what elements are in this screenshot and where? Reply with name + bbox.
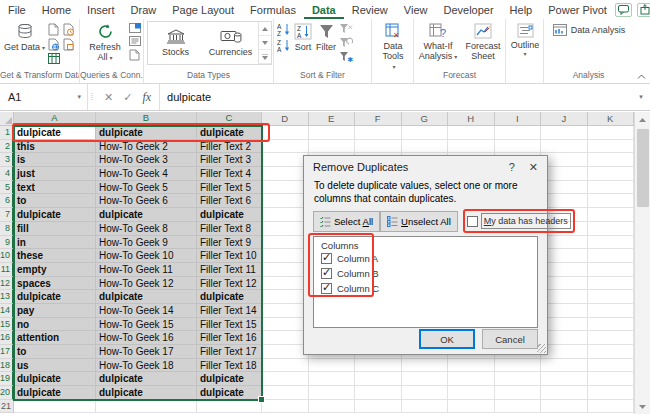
cell-K10[interactable] [588,249,635,263]
menu-tab-review[interactable]: Review [344,0,396,19]
cell-D7[interactable] [262,208,309,222]
cell-G18[interactable] [402,359,449,373]
cell-K15[interactable] [588,318,635,332]
row-header-2[interactable]: 2 [0,140,14,154]
cell-C18[interactable]: Filler Text 18 [197,359,262,373]
column-item-column-a[interactable]: Column A [321,251,530,266]
cell-C8[interactable]: Filler Text 8 [197,222,262,236]
cell-K8[interactable] [588,222,635,236]
existing-connections-icon[interactable] [63,38,74,51]
cell-I20[interactable] [495,386,542,400]
row-header-21[interactable]: 21 [0,400,14,414]
properties-icon[interactable] [129,36,141,46]
unselect-all-button[interactable]: Unselect All [380,211,458,232]
select-all-corner[interactable] [0,112,14,126]
row-header-15[interactable]: 15 [0,318,14,332]
cell-K13[interactable] [588,290,635,304]
cell-K20[interactable] [588,386,635,400]
dialog-titlebar[interactable]: Remove Duplicates ? ✕ [304,156,547,178]
menu-tab-view[interactable]: View [396,0,436,19]
cell-D21[interactable] [262,400,309,414]
cell-C5[interactable]: Filler Text 5 [197,181,262,195]
cell-G1[interactable] [402,126,449,140]
vertical-scrollbar[interactable] [634,112,650,414]
cell-C15[interactable]: Filler Text 15 [197,318,262,332]
cell-J21[interactable] [541,400,588,414]
menu-tab-insert[interactable]: Insert [79,0,123,19]
row-header-11[interactable]: 11 [0,263,14,277]
resize-grip[interactable] [537,344,546,353]
cell-B2[interactable]: How-To Geek 2 [96,140,197,154]
stocks-button[interactable]: Stocks [148,22,203,64]
cell-A14[interactable]: pay [14,304,96,318]
cell-A20[interactable]: dulpicate [14,386,96,400]
cell-B1[interactable]: dulpicate [96,126,197,140]
cell-K3[interactable] [588,153,635,167]
cell-E19[interactable] [309,372,356,386]
menu-tab-home[interactable]: Home [34,0,79,19]
currencies-button[interactable]: Currencies [203,22,258,64]
cell-G21[interactable] [402,400,449,414]
ok-button[interactable]: OK [419,329,475,349]
column-header-D[interactable]: D [262,112,309,126]
cell-C12[interactable]: Filler Text 12 [197,277,262,291]
cancel-button[interactable]: Cancel [482,329,538,349]
cell-H18[interactable] [448,359,495,373]
data-analysis-button[interactable]: Data Analysis [549,21,630,39]
cell-D11[interactable] [262,263,309,277]
cell-K21[interactable] [588,400,635,414]
cell-D17[interactable] [262,345,309,359]
cell-F19[interactable] [355,372,402,386]
column-header-C[interactable]: C [197,112,262,126]
from-table-icon[interactable] [48,53,60,64]
formula-bar-expand-icon[interactable]: ▾ [632,84,650,110]
row-header-16[interactable]: 16 [0,331,14,345]
forecast-sheet-button[interactable]: Forecast Sheet [463,21,503,63]
scroll-up-button[interactable] [635,112,650,127]
cell-B3[interactable]: How-To Geek 3 [96,153,197,167]
outline-button[interactable]: Outline [510,21,541,60]
menu-tab-data[interactable]: Data [304,0,344,19]
sort-button[interactable]: ZA Sort [293,21,313,54]
cell-B13[interactable]: dulpicate [96,290,197,304]
cell-A13[interactable]: dulpicate [14,290,96,304]
advanced-filter-icon[interactable]: ✱ [339,51,353,62]
cell-C20[interactable]: dulpicate [197,386,262,400]
cell-A6[interactable]: to [14,194,96,208]
column-item-column-c[interactable]: Column C [321,281,530,296]
cell-C13[interactable]: dulpicate [197,290,262,304]
cell-C3[interactable]: Filler Text 3 [197,153,262,167]
row-header-20[interactable]: 20 [0,386,14,400]
cell-H19[interactable] [448,372,495,386]
row-header-9[interactable]: 9 [0,236,14,250]
cell-D2[interactable] [262,140,309,154]
cell-D3[interactable] [262,153,309,167]
cell-A18[interactable]: us [14,359,96,373]
cell-J2[interactable] [541,140,588,154]
columns-listbox[interactable]: Columns Column AColumn BColumn C [313,236,538,328]
cell-K2[interactable] [588,140,635,154]
cancel-entry-icon[interactable]: ✕ [104,91,113,104]
cell-A19[interactable]: dulpicate [14,372,96,386]
cell-B20[interactable]: dulpicate [96,386,197,400]
my-data-has-headers-checkbox[interactable] [467,216,478,227]
cell-D15[interactable] [262,318,309,332]
formula-input[interactable]: dulpicate [160,84,632,110]
my-data-has-headers-label[interactable]: My data has headers [481,213,571,229]
cell-B10[interactable]: How-To Geek 10 [96,249,197,263]
cell-E18[interactable] [309,359,356,373]
cell-A12[interactable]: spaces [14,277,96,291]
cell-A21[interactable] [14,400,96,414]
cell-A10[interactable]: these [14,249,96,263]
row-header-17[interactable]: 17 [0,345,14,359]
cell-B17[interactable]: How-To Geek 17 [96,345,197,359]
cell-D16[interactable] [262,331,309,345]
row-header-14[interactable]: 14 [0,304,14,318]
what-if-analysis-button[interactable]: ? What-If Analysis [417,21,459,63]
data-tools-button[interactable]: ✕ Data Tools [375,21,411,73]
clear-filter-icon[interactable] [339,23,353,34]
cell-C10[interactable]: Filler Text 10 [197,249,262,263]
cell-A9[interactable]: in [14,236,96,250]
comments-button[interactable] [615,3,632,17]
cell-I19[interactable] [495,372,542,386]
